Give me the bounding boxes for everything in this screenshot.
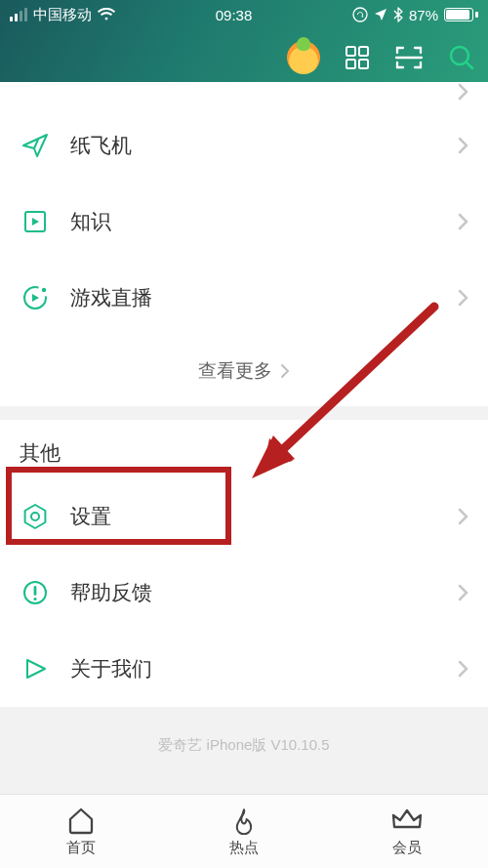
svg-rect-1 — [346, 47, 355, 56]
chevron-right-icon — [280, 363, 290, 379]
signal-icon — [10, 8, 27, 21]
list-item[interactable]: 游戏直播 — [0, 260, 488, 336]
list-item-label: 知识 — [70, 208, 457, 235]
version-label: 爱奇艺 iPhone版 V10.10.5 — [0, 707, 488, 794]
chevron-right-icon — [457, 583, 468, 602]
list-item-label: 关于我们 — [70, 655, 457, 682]
crown-icon — [390, 806, 424, 835]
chevron-right-icon — [457, 212, 468, 231]
avatar-icon[interactable] — [287, 41, 320, 74]
see-more-label: 查看更多 — [198, 358, 272, 384]
list-item-label: 纸飞机 — [70, 132, 457, 159]
help-row[interactable]: 帮助反馈 — [0, 555, 488, 631]
settings-row[interactable]: 设置 — [0, 478, 488, 555]
svg-point-13 — [33, 598, 36, 600]
home-icon — [65, 806, 97, 835]
header-toolbar — [287, 41, 476, 74]
paper-plane-icon — [20, 130, 51, 161]
list-item-label: 设置 — [70, 503, 457, 530]
tab-hot[interactable]: 热点 — [163, 795, 326, 868]
status-bar: 中国移动 09:38 87% — [0, 0, 488, 25]
bluetooth-icon — [393, 7, 403, 22]
svg-rect-2 — [359, 47, 368, 56]
battery-pct-label: 87% — [409, 7, 438, 23]
battery-icon — [444, 8, 478, 21]
svg-rect-3 — [346, 60, 355, 68]
section-gap — [0, 406, 488, 420]
list-item[interactable]: 纸飞机 — [0, 107, 488, 184]
carrier-label: 中国移动 — [33, 6, 92, 24]
clock-label: 09:38 — [216, 7, 253, 23]
chevron-right-icon — [457, 659, 468, 679]
search-icon[interactable] — [447, 43, 476, 72]
gear-icon — [20, 501, 51, 532]
fire-icon — [229, 806, 259, 835]
svg-rect-4 — [359, 60, 368, 68]
list-item[interactable]: VIP 宽市 — [0, 82, 488, 107]
chevron-right-icon — [457, 288, 468, 308]
tab-bar: 首页 热点 会员 — [0, 794, 488, 868]
list-item-label: 游戏直播 — [70, 284, 457, 311]
see-more-button[interactable]: 查看更多 — [0, 336, 488, 406]
svg-rect-12 — [34, 586, 37, 596]
help-icon — [20, 577, 51, 608]
lock-rotation-icon — [352, 7, 368, 22]
grid-icon[interactable] — [344, 44, 371, 71]
location-icon — [374, 8, 387, 21]
about-row[interactable]: 关于我们 — [0, 631, 488, 707]
tab-label: 首页 — [66, 839, 96, 857]
play-icon — [20, 653, 51, 684]
game-live-icon — [20, 282, 51, 313]
wifi-icon — [98, 8, 115, 21]
chevron-right-icon — [457, 136, 468, 155]
tab-label: 热点 — [229, 839, 259, 857]
app-header: 中国移动 09:38 87% — [0, 0, 488, 82]
tab-home[interactable]: 首页 — [0, 795, 163, 868]
svg-point-10 — [31, 513, 39, 520]
tab-vip[interactable]: 会员 — [325, 795, 488, 868]
list-item[interactable]: 知识 — [0, 184, 488, 260]
svg-point-9 — [42, 288, 46, 292]
chevron-right-icon — [457, 82, 468, 102]
list-item-label: 帮助反馈 — [70, 579, 457, 606]
content-area: VIP 宽市 纸飞机 知识 游戏直播 查看更多 — [0, 82, 488, 794]
section-title-other: 其他 — [0, 420, 488, 478]
chevron-right-icon — [457, 507, 468, 526]
scan-icon[interactable] — [394, 44, 424, 71]
tab-label: 会员 — [392, 839, 422, 857]
knowledge-icon — [20, 206, 51, 237]
